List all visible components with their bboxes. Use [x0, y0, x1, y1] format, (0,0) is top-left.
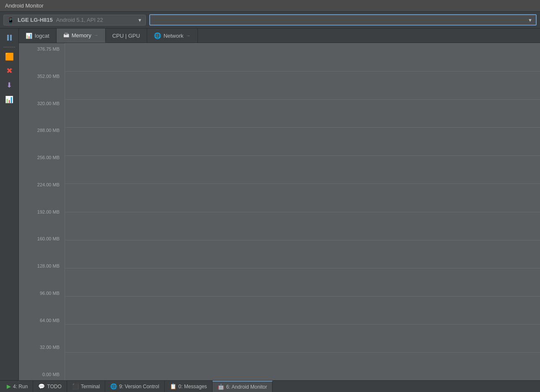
tab-network-label: Network: [164, 33, 184, 39]
network-arrow: →: [186, 33, 191, 38]
y-label-1: 352.00 MB: [19, 74, 63, 79]
monitor-area: 📊 logcat 🏔 Memory → CPU | GPU 🌐 Network …: [19, 28, 540, 380]
tab-network[interactable]: 🌐 Network →: [147, 28, 198, 43]
memory-icon: 🏔: [63, 32, 69, 39]
y-axis: 376.75 MB 352.00 MB 320.00 MB 288.00 MB …: [19, 43, 65, 380]
grid-line-9: [65, 296, 540, 297]
chart-grid: [65, 43, 540, 380]
status-vcs-label: 9: Version Control: [119, 384, 159, 389]
y-label-4: 256.00 MB: [19, 155, 63, 160]
top-toolbar: 📱 LGE LG-H815 Android 5.1, API 22 ▼ ▼: [0, 12, 540, 28]
tab-cpugpu-label: CPU | GPU: [112, 33, 140, 39]
y-label-10: 64.00 MB: [19, 318, 63, 323]
y-label-9: 96.00 MB: [19, 291, 63, 296]
grid-line-1: [65, 71, 540, 72]
grid-line-5: [65, 183, 540, 184]
app-title: Android Monitor: [5, 3, 44, 9]
device-name-bold: LGE LG-H815: [18, 17, 53, 23]
tab-logcat-label: logcat: [35, 33, 49, 39]
memory-arrow: →: [94, 33, 99, 38]
heap-dump-button[interactable]: ⬇: [3, 79, 15, 91]
status-run[interactable]: ▶ 4: Run: [2, 381, 33, 392]
status-android-monitor[interactable]: 🤖 6: Android Monitor: [213, 381, 273, 392]
status-todo[interactable]: 💬 TODO: [33, 381, 67, 392]
grid-line-4: [65, 155, 540, 156]
grid-line-0: [65, 43, 540, 44]
status-run-label: 4: Run: [13, 384, 28, 389]
tab-memory[interactable]: 🏔 Memory →: [57, 28, 106, 43]
device-icon: 📱: [7, 17, 14, 23]
pause-button[interactable]: [3, 32, 15, 44]
tab-cpugpu[interactable]: CPU | GPU: [106, 28, 147, 43]
chart-area: 376.75 MB 352.00 MB 320.00 MB 288.00 MB …: [19, 43, 540, 380]
grid-line-6: [65, 212, 540, 212]
status-messages[interactable]: 📋 0: Messages: [165, 381, 213, 392]
sidebar: 🟧 ✖ ⬇ 📊: [0, 28, 19, 380]
status-vcs[interactable]: 🌐 9: Version Control: [105, 381, 164, 392]
grid-line-2: [65, 99, 540, 100]
y-label-7: 160.00 MB: [19, 236, 63, 241]
messages-icon: 📋: [170, 383, 177, 389]
run-icon: ▶: [7, 383, 11, 389]
tab-logcat[interactable]: 📊 logcat: [19, 28, 57, 43]
y-label-12: 0.00 MB: [19, 372, 63, 377]
network-icon: 🌐: [154, 32, 161, 39]
android-monitor-icon: 🤖: [218, 384, 224, 390]
status-android-monitor-label: 6: Android Monitor: [226, 384, 267, 390]
status-terminal-label: Terminal: [81, 384, 100, 389]
y-label-0: 376.75 MB: [19, 46, 63, 52]
todo-icon: 💬: [38, 383, 45, 389]
device-selector[interactable]: 📱 LGE LG-H815 Android 5.1, API 22 ▼: [3, 15, 146, 26]
terminal-icon: ⬛: [72, 383, 79, 389]
sidebar-divider-1: [3, 47, 15, 47]
process-selector[interactable]: ▼: [149, 14, 537, 26]
grid-line-8: [65, 268, 540, 268]
y-label-2: 320.00 MB: [19, 101, 63, 106]
status-bar: ▶ 4: Run 💬 TODO ⬛ Terminal 🌐 9: Version …: [0, 380, 540, 392]
status-todo-label: TODO: [47, 384, 61, 389]
grid-line-7: [65, 240, 540, 240]
status-messages-label: 0: Messages: [179, 384, 207, 389]
y-label-3: 288.00 MB: [19, 128, 63, 133]
y-label-8: 128.00 MB: [19, 263, 63, 268]
gc-button[interactable]: 🟧: [3, 51, 15, 62]
stop-button[interactable]: ✖: [3, 65, 15, 77]
y-label-5: 224.00 MB: [19, 182, 63, 187]
process-dropdown-arrow[interactable]: ▼: [528, 18, 532, 23]
vcs-icon: 🌐: [110, 383, 117, 389]
tabs-bar: 📊 logcat 🏔 Memory → CPU | GPU 🌐 Network …: [19, 28, 540, 43]
grid-line-3: [65, 127, 540, 128]
process-input[interactable]: [153, 17, 528, 23]
title-bar: Android Monitor: [0, 0, 540, 12]
logcat-icon: 📊: [26, 33, 32, 39]
y-label-6: 192.00 MB: [19, 209, 63, 214]
grid-line-10: [65, 324, 540, 325]
tab-memory-label: Memory: [72, 32, 91, 39]
y-label-11: 32.00 MB: [19, 345, 63, 350]
main-content: 🟧 ✖ ⬇ 📊 📊 logcat 🏔 Memory → CPU: [0, 28, 540, 380]
device-name-light: Android 5.1, API 22: [56, 17, 103, 23]
grid-line-11: [65, 352, 540, 353]
device-dropdown-arrow[interactable]: ▼: [138, 18, 142, 23]
status-terminal[interactable]: ⬛ Terminal: [67, 381, 105, 392]
snapshot-button[interactable]: 📊: [3, 93, 15, 105]
